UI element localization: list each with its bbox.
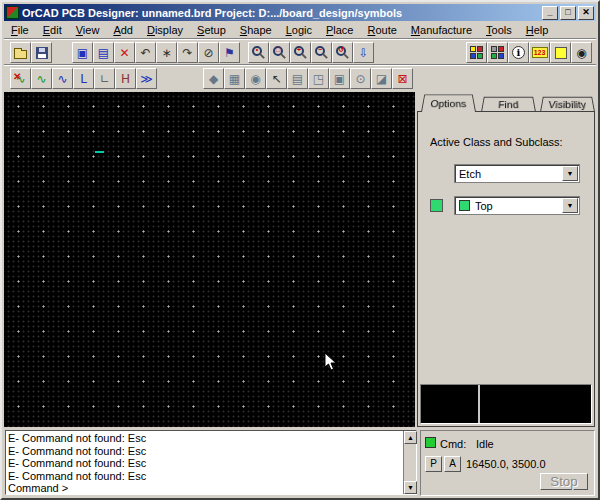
zoom-previous-button[interactable]: ↺ (332, 42, 353, 63)
open-file-button[interactable] (10, 42, 31, 63)
slide-button[interactable]: ∿ (52, 68, 73, 89)
icon-art: ↺ (335, 45, 350, 60)
icon-art: ↖ (271, 73, 281, 85)
highlight-button[interactable] (550, 42, 571, 63)
icon-art: ▣ (334, 73, 345, 85)
icon-art: i (512, 46, 525, 59)
shape-edit-button[interactable]: ▤ (287, 68, 308, 89)
void-rect-button[interactable]: ▣ (329, 68, 350, 89)
icon-art (470, 46, 483, 59)
zoom-points-button[interactable]: • (248, 42, 269, 63)
zoom-in-button[interactable]: + (290, 42, 311, 63)
select-shape-button[interactable]: ↖ (266, 68, 287, 89)
menu-shape[interactable]: Shape (233, 23, 279, 37)
icon-art (14, 50, 27, 59)
zoom-out-button[interactable]: − (311, 42, 332, 63)
class-dropdown[interactable]: Etch ▼ (454, 164, 580, 183)
console-line: E- Command not found: Esc (8, 470, 402, 483)
custom-smooth-button[interactable]: ∟ (94, 68, 115, 89)
design-canvas[interactable] (4, 92, 415, 427)
close-button[interactable]: ✕ (578, 6, 594, 20)
void-poly-button[interactable]: ◪ (371, 68, 392, 89)
measure-button[interactable]: 123 (529, 42, 550, 63)
shape-chamfer-button[interactable]: ◳ (308, 68, 329, 89)
window-title: OrCAD PCB Designer: unnamed.brd Project:… (22, 7, 540, 19)
undo-button[interactable]: ↶ (135, 42, 156, 63)
menu-display[interactable]: Display (140, 23, 190, 37)
console-line: Command > (8, 482, 402, 493)
maximize-button[interactable]: □ (560, 6, 576, 20)
fix-button[interactable]: ∗ (156, 42, 177, 63)
move-button[interactable]: ▣ (72, 42, 93, 63)
icon-art: ⇩ (358, 47, 368, 59)
stop-button[interactable]: Stop (540, 473, 588, 490)
tab-find[interactable]: Find (481, 97, 536, 112)
unrats-all-button[interactable]: ∿✕ (10, 68, 31, 89)
pick-button[interactable]: P (425, 456, 442, 472)
redo-button[interactable]: ↷ (177, 42, 198, 63)
icon-art: ▦ (229, 73, 240, 85)
menu-place[interactable]: Place (319, 23, 361, 37)
pin-button[interactable]: ⚑ (219, 42, 240, 63)
console-scrollbar[interactable]: ▲ ▼ (403, 431, 416, 494)
icon-art: ∗ (161, 47, 171, 59)
preview-pane-left[interactable] (421, 385, 478, 423)
icon-art: ≫ (140, 73, 153, 85)
icon-art (555, 47, 567, 59)
icon-art: □ (272, 45, 287, 60)
chevron-down-icon[interactable]: ▼ (562, 166, 578, 181)
tab-visibility[interactable]: Visibility (540, 97, 595, 112)
shape-polygon-button[interactable]: ◆ (203, 68, 224, 89)
command-console[interactable]: E- Command not found: EscE- Command not … (5, 430, 417, 495)
color-palette-button[interactable] (466, 42, 487, 63)
icon-art: ∟ (99, 73, 109, 85)
application-mode-button[interactable]: A (444, 456, 461, 472)
zoom-rect-button[interactable]: □ (269, 42, 290, 63)
copy-button[interactable]: ▤ (93, 42, 114, 63)
delete-button[interactable]: ✕ (114, 42, 135, 63)
icon-art: ⊙ (355, 73, 365, 85)
next-button[interactable]: ≫ (136, 68, 157, 89)
origin-marker (95, 151, 104, 153)
preview-pane-right[interactable] (480, 385, 591, 423)
title-bar: OrCAD PCB Designer: unnamed.brd Project:… (4, 4, 596, 21)
shape-circle-button[interactable]: ◉ (245, 68, 266, 89)
menu-tools[interactable]: Tools (479, 23, 519, 37)
route-group: ∿✕∿∿L∟H≫ (10, 68, 157, 89)
menu-setup[interactable]: Setup (190, 23, 233, 37)
icon-art (491, 46, 504, 59)
info-button[interactable]: i (508, 42, 529, 63)
scroll-up-icon[interactable]: ▲ (404, 431, 417, 444)
edit-group: ▣▤✕↶∗↷⊘⚑ (72, 42, 240, 63)
subclass-color-swatch[interactable] (430, 199, 443, 212)
waive-drc-button[interactable]: ⇩ (353, 42, 374, 63)
tab-options[interactable]: Options (421, 95, 476, 112)
vertex-button[interactable]: H (115, 68, 136, 89)
menu-file[interactable]: File (4, 23, 36, 37)
menu-logic[interactable]: Logic (279, 23, 319, 37)
scroll-down-icon[interactable]: ▼ (404, 481, 417, 494)
add-connect-button[interactable]: L (73, 68, 94, 89)
void-circle-button[interactable]: ⊙ (350, 68, 371, 89)
toolbar-row1: ▣▤✕↶∗↷⊘⚑•□+−↺⇩i123◉ (4, 39, 596, 65)
unfix-button[interactable]: ⊘ (198, 42, 219, 63)
chevron-down-icon[interactable]: ▼ (562, 198, 578, 213)
cursor-coordinates: 16450.0, 3500.0 (466, 458, 546, 470)
rats-all-button[interactable]: ∿ (31, 68, 52, 89)
menu-view[interactable]: View (69, 23, 107, 37)
file-group (10, 42, 52, 63)
subclass-item-swatch (459, 200, 470, 211)
shadow-toggle-button[interactable]: ◉ (571, 42, 592, 63)
delete-void-button[interactable]: ⊠ (392, 68, 413, 89)
minimize-button[interactable]: _ (542, 6, 558, 20)
icon-art: ◳ (313, 73, 324, 85)
shape-rect-button[interactable]: ▦ (224, 68, 245, 89)
menu-edit[interactable]: Edit (36, 23, 69, 37)
menu-add[interactable]: Add (106, 23, 140, 37)
menu-manufacture[interactable]: Manufacture (404, 23, 479, 37)
subclass-dropdown[interactable]: Top ▼ (454, 196, 580, 215)
menu-help[interactable]: Help (519, 23, 556, 37)
color-priority-button[interactable] (487, 42, 508, 63)
menu-route[interactable]: Route (360, 23, 403, 37)
save-button[interactable] (31, 42, 52, 63)
